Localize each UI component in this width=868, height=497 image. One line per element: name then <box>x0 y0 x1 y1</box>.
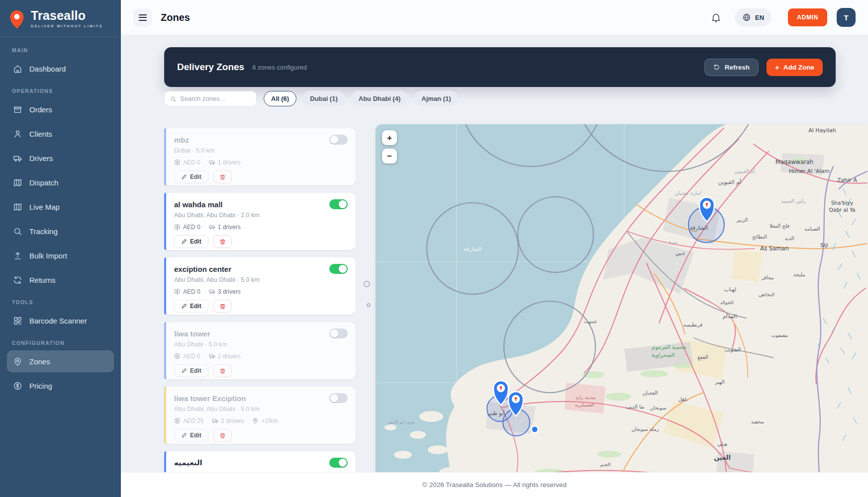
edit-zone-button[interactable]: Edit <box>174 429 208 442</box>
filter-all-6[interactable]: All (6) <box>264 91 296 106</box>
zone-card-2: al wahda mall Abu Dhabi, Abu Dhabi · 2.0… <box>164 193 356 250</box>
delete-zone-button[interactable] <box>213 364 232 377</box>
sidebar-item-dispatch[interactable]: Dispatch <box>7 171 114 193</box>
delete-zone-button[interactable] <box>213 235 232 248</box>
zone-drivers: 2 drivers <box>209 353 241 360</box>
zone-name: النعيميه <box>174 458 202 467</box>
map-place-label: دبي <box>675 249 685 256</box>
dashboard-icon <box>13 64 22 74</box>
sidebar-item-returns[interactable]: Returns <box>7 269 114 291</box>
admin-button[interactable]: ADMIN <box>788 8 827 26</box>
add-zone-button[interactable]: + Add Zone <box>767 59 823 76</box>
zone-toggle[interactable] <box>329 458 348 468</box>
zone-accent-stripe <box>164 322 166 379</box>
delete-zone-button[interactable] <box>213 300 232 313</box>
map-place-label: أم القبوين <box>734 168 755 174</box>
brand-name: Traseallo <box>31 9 103 22</box>
map-marker-dot[interactable] <box>531 425 539 434</box>
zone-toggle[interactable] <box>329 135 348 145</box>
pencil-icon <box>181 174 187 180</box>
delete-zone-button[interactable] <box>213 170 232 183</box>
zone-fee: AED 25 <box>174 417 203 424</box>
truck-icon <box>209 224 215 230</box>
edit-zone-button[interactable]: Edit <box>174 364 208 377</box>
zone-fee: AED 0 <box>174 159 200 166</box>
map-place-label: العين <box>714 454 731 461</box>
zone-toggle[interactable] <box>329 199 348 209</box>
sidebar-item-zones[interactable]: Zones <box>7 350 114 372</box>
edit-zone-button[interactable]: Edit <box>174 235 208 248</box>
sidebar-item-label: Dashboard <box>29 65 66 73</box>
zone-accent-stripe <box>164 257 166 315</box>
zone-surcharge: +2/km <box>252 417 278 424</box>
nav-section-label: MAIN <box>12 47 109 53</box>
plus-icon: + <box>775 64 779 71</box>
sidebar-item-label: Orders <box>29 105 52 114</box>
sidebar-item-pricing[interactable]: Pricing <box>7 375 114 397</box>
dollar-icon <box>174 224 181 230</box>
map-place-label: المدام <box>723 313 737 320</box>
zone-toggle[interactable] <box>329 329 348 338</box>
map-place-label: الخنم <box>600 462 611 468</box>
zone-drivers: 2 drivers <box>212 417 244 424</box>
map-place-label: Al Hayilah <box>808 127 836 134</box>
sidebar-item-bulk-import[interactable]: Bulk Import <box>7 245 114 266</box>
toggle-knob <box>339 200 347 208</box>
zone-location: Abu Dhabi, Abu Dhabi · 5.0 km <box>174 406 348 413</box>
language-button[interactable]: EN <box>735 8 772 26</box>
map-place-label: ديرة <box>669 239 677 245</box>
zone-name: mbz <box>174 136 189 144</box>
delete-zone-button[interactable] <box>213 429 232 442</box>
map-zoom-in-button[interactable]: + <box>382 130 397 145</box>
notifications-button[interactable] <box>711 12 721 23</box>
nav-section-label: TOOLS <box>12 299 109 305</box>
nav-section-label: CONFIGURATION <box>12 340 109 346</box>
sidebar-item-drivers[interactable]: Drivers <box>7 147 114 169</box>
sidebar-item-dashboard[interactable]: Dashboard <box>7 58 114 80</box>
map-place-label: مدينة زايد <box>576 395 596 400</box>
map-place-label: الشويب <box>725 347 741 352</box>
search-box <box>164 91 257 106</box>
zone-accent-stripe <box>164 128 166 185</box>
dollar-icon <box>174 159 181 166</box>
map-zoom-out-button[interactable]: − <box>382 149 397 164</box>
filter-ajman-1[interactable]: Ajman (1) <box>414 91 458 106</box>
user-avatar[interactable]: T <box>837 8 856 27</box>
zones-header-title: Delivery Zones <box>177 62 244 73</box>
refresh-button[interactable]: Refresh <box>704 59 759 76</box>
menu-button[interactable] <box>133 8 152 27</box>
add-zone-label: Add Zone <box>783 64 814 71</box>
zone-drivers: 3 drivers <box>209 288 241 295</box>
pencil-icon <box>181 368 187 374</box>
sidebar-item-live-map[interactable]: Live Map <box>7 196 114 218</box>
filter-dubai-1[interactable]: Dubai (1) <box>302 91 345 106</box>
map-place-label: الفقع <box>697 354 708 360</box>
zone-name: liwa tower Exciption <box>174 394 246 403</box>
zone-fee: AED 0 <box>174 224 200 231</box>
copyright-text: © 2026 Trasealla Solutions — All rights … <box>422 481 567 489</box>
zones-count-subtitle: 6 zones configured <box>252 64 307 71</box>
map[interactable]: الشارقةامارة عحمانأم القيوينأم القبوينرأ… <box>376 124 868 497</box>
zone-accent-stripe <box>164 193 166 250</box>
sidebar-item-label: Clients <box>29 130 52 138</box>
trash-icon <box>219 303 226 310</box>
sidebar-item-barcode-scanner[interactable]: Barcode Scanner <box>7 310 114 331</box>
edit-zone-button[interactable]: Edit <box>174 300 208 313</box>
filter-abu-dhabi-4[interactable]: Abu Dhabi (4) <box>351 91 408 106</box>
search-input[interactable] <box>180 95 251 102</box>
sidebar-item-tracking[interactable]: Tracking <box>7 220 114 242</box>
edit-zone-button[interactable]: Edit <box>174 170 208 183</box>
zone-filters: All (6)Dubai (1)Abu Dhabi (4)Ajman (1) <box>264 91 458 106</box>
zone-card-4: liwa tower Abu Dhabi · 5.0 km AED 02 dri… <box>164 322 356 379</box>
sidebar-item-orders[interactable]: Orders <box>7 98 114 120</box>
sidebar-item-clients[interactable]: Clients <box>7 123 114 145</box>
zone-toggle[interactable] <box>329 393 348 403</box>
zone-toggle[interactable] <box>329 264 348 274</box>
toggle-knob <box>339 459 347 467</box>
brand-tagline: DELIVER WITHOUT LIMITS <box>31 24 103 28</box>
map-place-label: مصفوت <box>771 332 788 338</box>
map-place-label: أم القيوين <box>718 178 741 185</box>
map-place-label: الشارقة <box>464 246 482 252</box>
orders-icon <box>13 105 22 114</box>
toggle-knob <box>330 330 338 337</box>
